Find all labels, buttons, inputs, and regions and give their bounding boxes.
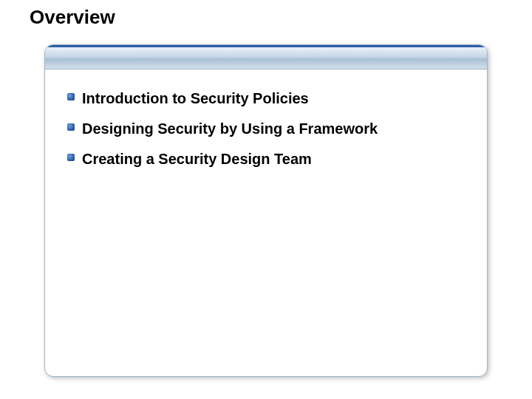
bullet-icon — [67, 154, 75, 161]
bullet-text: Designing Security by Using a Framework — [82, 119, 378, 139]
list-item: Designing Security by Using a Framework — [67, 119, 472, 139]
bullet-icon — [67, 123, 75, 131]
panel-body: Introduction to Security Policies Design… — [45, 69, 487, 194]
content-panel: Introduction to Security Policies Design… — [44, 44, 488, 377]
bullet-text: Introduction to Security Policies — [82, 89, 309, 109]
panel-header-bar — [45, 47, 487, 69]
list-item: Introduction to Security Policies — [67, 89, 472, 109]
page-title: Overview — [30, 6, 115, 29]
bullet-text: Creating a Security Design Team — [82, 149, 312, 169]
list-item: Creating a Security Design Team — [67, 149, 472, 169]
slide: Overview Introduction to Security Polici… — [0, 0, 532, 399]
bullet-icon — [67, 93, 75, 100]
